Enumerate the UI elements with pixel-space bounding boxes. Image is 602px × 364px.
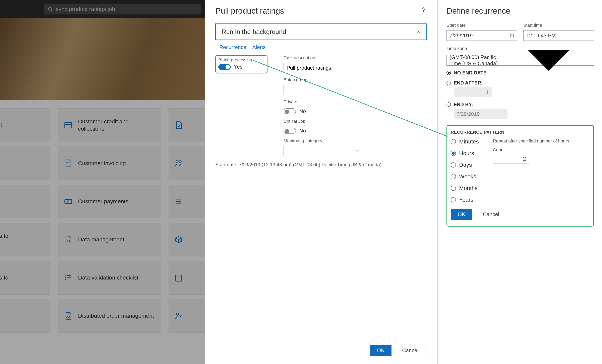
panel1-ok-button[interactable]: OK xyxy=(370,345,391,356)
recurrence-link[interactable]: Recurrence xyxy=(219,44,246,50)
recurrence-weeks-radio[interactable]: Weeks xyxy=(451,173,479,180)
task-description-label: Task description xyxy=(284,55,427,60)
critical-job-value: No xyxy=(299,128,306,134)
batch-processing-toggle[interactable] xyxy=(218,64,231,70)
timezone-select[interactable]: (GMT-08:00) Pacific Time (US & Canada) xyxy=(446,55,594,66)
define-recurrence-panel: Define recurrence Start date 7/29/2019 S… xyxy=(438,0,602,364)
batch-group-select[interactable] xyxy=(284,85,341,95)
end-by-date-input: 7/29/2019 xyxy=(454,109,507,119)
panel1-cancel-button[interactable]: Cancel xyxy=(395,345,425,356)
chevron-up-icon xyxy=(416,30,421,34)
modal-overlay xyxy=(0,0,205,364)
expander-label: Run in the background xyxy=(222,28,286,35)
recurrence-pattern-highlight: RECURRENCE PATTERN Minutes Hours Days We… xyxy=(446,125,594,226)
private-value: No xyxy=(299,108,306,114)
recurrence-days-radio[interactable]: Days xyxy=(451,162,479,168)
private-toggle[interactable] xyxy=(284,108,296,114)
batch-processing-value: Yes xyxy=(234,64,242,70)
critical-job-label: Critical Job xyxy=(284,119,427,124)
recurrence-count-label: Count xyxy=(493,147,590,152)
recurrence-description: Repeat after specified number of hours xyxy=(493,139,590,144)
pull-product-ratings-panel: ? Pull product ratings Run in the backgr… xyxy=(205,0,438,364)
chevron-down-icon xyxy=(507,18,591,103)
batch-processing-label: Batch processing xyxy=(218,57,265,63)
recurrence-pattern-heading: RECURRENCE PATTERN xyxy=(451,130,590,135)
task-description-input[interactable] xyxy=(284,63,362,73)
chevron-down-icon xyxy=(355,149,359,153)
panel-title: Pull product ratings xyxy=(215,6,427,15)
monitoring-category-label: Monitoring category xyxy=(284,138,427,143)
recurrence-ok-button[interactable]: OK xyxy=(451,209,472,220)
recurrence-years-radio[interactable]: Years xyxy=(451,197,479,203)
batch-group-label: Batch group xyxy=(284,77,427,83)
private-label: Private xyxy=(284,99,427,105)
alerts-link[interactable]: Alerts xyxy=(252,44,266,50)
recurrence-count-input[interactable] xyxy=(493,154,529,164)
end-by-radio[interactable]: END BY: xyxy=(446,102,594,107)
help-icon[interactable]: ? xyxy=(422,6,425,13)
panel2-title: Define recurrence xyxy=(446,6,594,15)
background-sublinks: Recurrence Alerts xyxy=(215,44,427,50)
end-after-count-input: 1 xyxy=(454,87,492,97)
batch-processing-highlight: Batch processing Yes xyxy=(215,55,268,74)
recurrence-minutes-radio[interactable]: Minutes xyxy=(451,139,479,145)
start-date-note: Start date: 7/29/2019 (12:19:43 pm) (GMT… xyxy=(215,162,427,168)
chevron-down-icon xyxy=(334,88,338,92)
recurrence-cancel-button[interactable]: Cancel xyxy=(476,209,506,220)
recurrence-hours-radio[interactable]: Hours xyxy=(451,150,479,157)
recurrence-months-radio[interactable]: Months xyxy=(451,185,479,192)
critical-job-toggle[interactable] xyxy=(284,128,296,134)
run-in-background-expander[interactable]: Run in the background xyxy=(215,23,427,40)
monitoring-category-select[interactable] xyxy=(284,146,362,156)
